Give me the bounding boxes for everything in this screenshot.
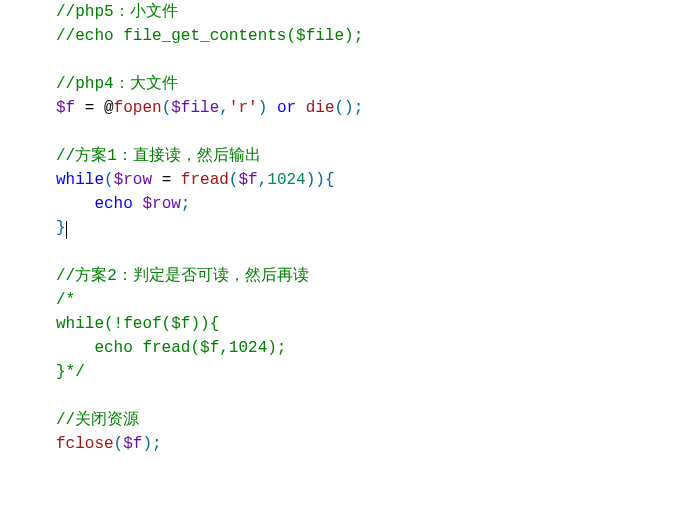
comment-token: //php4：大文件 — [56, 75, 178, 93]
code-token: ( — [114, 435, 124, 453]
code-token — [267, 99, 277, 117]
code-token: = — [152, 171, 181, 189]
code-line — [56, 120, 693, 144]
comment-token: //echo file_get_contents($file); — [56, 27, 363, 45]
code-token: ) — [258, 99, 268, 117]
code-editor[interactable]: //php5：小文件//echo file_get_contents($file… — [0, 0, 693, 456]
code-token: ); — [142, 435, 161, 453]
code-line: $f = @fopen($file,'r') or die(); — [56, 96, 693, 120]
code-token: , — [219, 99, 229, 117]
code-token: $file — [171, 99, 219, 117]
code-token: ; — [181, 195, 191, 213]
code-line: /* — [56, 288, 693, 312]
comment-token: //方案1：直接读，然后输出 — [56, 147, 261, 165]
code-line — [56, 240, 693, 264]
comment-token: echo fread($f,1024); — [56, 339, 286, 357]
code-line — [56, 48, 693, 72]
code-line: //php5：小文件 — [56, 0, 693, 24]
code-token: 'r' — [229, 99, 258, 117]
code-token: fread — [181, 171, 229, 189]
comment-token: //关闭资源 — [56, 411, 139, 429]
code-line: } — [56, 216, 693, 240]
code-token: die — [306, 99, 335, 117]
code-token: $f — [123, 435, 142, 453]
code-token: $f — [56, 99, 75, 117]
comment-token: }*/ — [56, 363, 85, 381]
code-line: while($row = fread($f,1024)){ — [56, 168, 693, 192]
code-token: )){ — [306, 171, 335, 189]
code-token: $row — [114, 171, 152, 189]
comment-token: while(!feof($f)){ — [56, 315, 219, 333]
code-line: fclose($f); — [56, 432, 693, 456]
code-line: echo fread($f,1024); — [56, 336, 693, 360]
code-token: while — [56, 171, 104, 189]
code-line: //方案2：判定是否可读，然后再读 — [56, 264, 693, 288]
code-line: //php4：大文件 — [56, 72, 693, 96]
code-token — [296, 99, 306, 117]
code-token: $row — [142, 195, 180, 213]
code-token — [133, 195, 143, 213]
code-line: echo $row; — [56, 192, 693, 216]
code-token: 1024 — [267, 171, 305, 189]
text-cursor — [66, 221, 67, 239]
comment-token: //php5：小文件 — [56, 3, 178, 21]
code-line: //方案1：直接读，然后输出 — [56, 144, 693, 168]
code-token: = @ — [75, 99, 113, 117]
code-token: or — [277, 99, 296, 117]
code-token — [56, 195, 94, 213]
code-token: ( — [104, 171, 114, 189]
code-token: echo — [94, 195, 132, 213]
code-line: }*/ — [56, 360, 693, 384]
code-line — [56, 384, 693, 408]
code-token: fclose — [56, 435, 114, 453]
code-token: (); — [335, 99, 364, 117]
code-token: $f — [238, 171, 257, 189]
code-line: //关闭资源 — [56, 408, 693, 432]
code-line: while(!feof($f)){ — [56, 312, 693, 336]
code-token: ( — [162, 99, 172, 117]
code-token: } — [56, 219, 66, 237]
code-line: //echo file_get_contents($file); — [56, 24, 693, 48]
code-token: , — [258, 171, 268, 189]
comment-token: /* — [56, 291, 75, 309]
code-token: fopen — [114, 99, 162, 117]
comment-token: //方案2：判定是否可读，然后再读 — [56, 267, 309, 285]
